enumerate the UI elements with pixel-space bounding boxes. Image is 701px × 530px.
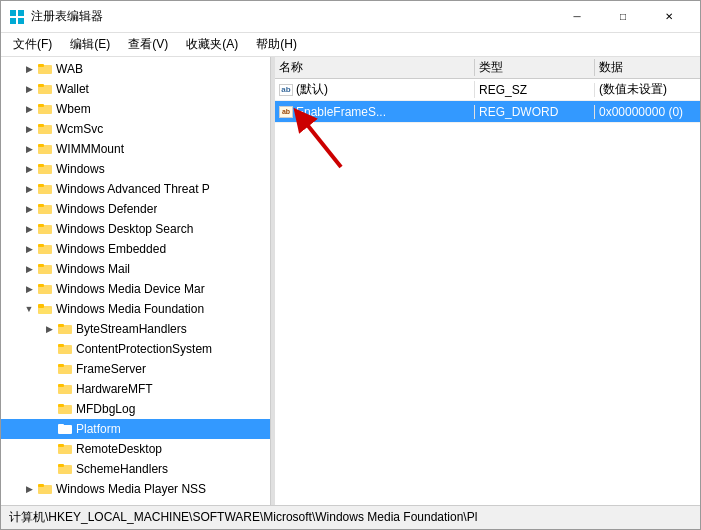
- menu-view[interactable]: 查看(V): [120, 34, 176, 55]
- folder-icon-wathreat: [37, 181, 53, 197]
- tree-label-wdefender: Windows Defender: [56, 202, 157, 216]
- col-header-name: 名称: [275, 59, 475, 76]
- tree-item-frameserver[interactable]: FrameServer: [1, 359, 270, 379]
- svg-rect-34: [58, 344, 64, 347]
- svg-rect-3: [18, 18, 24, 24]
- svg-rect-13: [38, 144, 44, 147]
- svg-rect-17: [38, 184, 44, 187]
- tree-item-wmnssplayer[interactable]: ▶ Windows Media Player NSS: [1, 479, 270, 499]
- tree-item-wmail[interactable]: ▶ Windows Mail: [1, 259, 270, 279]
- tree-item-wembedded[interactable]: ▶ Windows Embedded: [1, 239, 270, 259]
- menu-favorites[interactable]: 收藏夹(A): [178, 34, 246, 55]
- table-row[interactable]: ab (默认) REG_SZ (数值未设置): [275, 79, 700, 101]
- folder-icon-wdefender: [37, 201, 53, 217]
- close-button[interactable]: ✕: [646, 1, 692, 33]
- folder-icon-wimmount: [37, 141, 53, 157]
- expand-windows[interactable]: ▶: [21, 161, 37, 177]
- tree-label-wdesktopsearch: Windows Desktop Search: [56, 222, 193, 236]
- tree-label-wbem: Wbem: [56, 102, 91, 116]
- folder-icon-wmnssplayer: [37, 481, 53, 497]
- tree-item-windows[interactable]: ▶ Windows: [1, 159, 270, 179]
- status-text: 计算机\HKEY_LOCAL_MACHINE\SOFTWARE\Microsof…: [9, 509, 477, 526]
- expand-wbem[interactable]: ▶: [21, 101, 37, 117]
- folder-icon-wmdevicemar: [37, 281, 53, 297]
- svg-rect-27: [38, 284, 44, 287]
- menu-help[interactable]: 帮助(H): [248, 34, 305, 55]
- tree-label-wmdevicemar: Windows Media Device Mar: [56, 282, 205, 296]
- window-title: 注册表编辑器: [31, 8, 554, 25]
- tree-item-bytestreamhandlers[interactable]: ▶ ByteStreamHandlers: [1, 319, 270, 339]
- menu-file[interactable]: 文件(F): [5, 34, 60, 55]
- svg-rect-42: [58, 424, 64, 427]
- tree-label-wimmount: WIMMMount: [56, 142, 124, 156]
- expand-wmail[interactable]: ▶: [21, 261, 37, 277]
- folder-icon-platform: [57, 421, 73, 437]
- window-controls: ─ □ ✕: [554, 1, 692, 33]
- svg-rect-23: [38, 244, 44, 247]
- svg-rect-9: [38, 104, 44, 107]
- main-content: ▶ WAB ▶ Wallet ▶ Wbem: [1, 57, 700, 505]
- row-type-enableframes: REG_DWORD: [475, 105, 595, 119]
- title-bar: 注册表编辑器 ─ □ ✕: [1, 1, 700, 33]
- tree-label-platform: Platform: [76, 422, 121, 436]
- expand-wmdevicemar[interactable]: ▶: [21, 281, 37, 297]
- folder-icon-wab: [37, 61, 53, 77]
- expand-wimmount[interactable]: ▶: [21, 141, 37, 157]
- folder-icon-wbem: [37, 101, 53, 117]
- tree-item-wbem[interactable]: ▶ Wbem: [1, 99, 270, 119]
- tree-item-wab[interactable]: ▶ WAB: [1, 59, 270, 79]
- expand-wab[interactable]: ▶: [21, 61, 37, 77]
- tree-item-wdefender[interactable]: ▶ Windows Defender: [1, 199, 270, 219]
- svg-rect-36: [58, 364, 64, 367]
- menu-edit[interactable]: 编辑(E): [62, 34, 118, 55]
- tree-item-remotedesktop[interactable]: RemoteDesktop: [1, 439, 270, 459]
- folder-icon-schemehandlers: [57, 461, 73, 477]
- tree-item-schemehandlers[interactable]: SchemeHandlers: [1, 459, 270, 479]
- app-icon: [9, 9, 25, 25]
- tree-item-wathreat[interactable]: ▶ Windows Advanced Threat P: [1, 179, 270, 199]
- expand-wdesktopsearch[interactable]: ▶: [21, 221, 37, 237]
- svg-rect-1: [18, 10, 24, 16]
- folder-icon-wallet: [37, 81, 53, 97]
- svg-rect-29: [38, 304, 44, 308]
- tree-item-wcmsvc[interactable]: ▶ WcmSvc: [1, 119, 270, 139]
- tree-item-platform[interactable]: Platform: [1, 419, 270, 439]
- expand-wdefender[interactable]: ▶: [21, 201, 37, 217]
- svg-rect-5: [38, 64, 44, 67]
- expand-wallet[interactable]: ▶: [21, 81, 37, 97]
- expand-wcmsvc[interactable]: ▶: [21, 121, 37, 137]
- registry-table[interactable]: ab (默认) REG_SZ (数值未设置) ab EnableFrameS..…: [275, 79, 700, 505]
- svg-rect-40: [58, 404, 64, 407]
- expand-bytestreamhandlers[interactable]: ▶: [41, 321, 57, 337]
- svg-rect-21: [38, 224, 44, 227]
- tree-item-wimmount[interactable]: ▶ WIMMMount: [1, 139, 270, 159]
- table-row-enableframes[interactable]: ab EnableFrameS... REG_DWORD 0x00000000 …: [275, 101, 700, 123]
- tree-item-wmfoundation[interactable]: ▼ Windows Media Foundation: [1, 299, 270, 319]
- folder-icon-frameserver: [57, 361, 73, 377]
- ab-icon: ab: [279, 84, 293, 96]
- svg-rect-48: [38, 484, 44, 487]
- tree-item-contentprotection[interactable]: ContentProtectionSystem: [1, 339, 270, 359]
- svg-rect-30: [39, 308, 51, 314]
- tree-item-mfdbglog[interactable]: MFDbgLog: [1, 399, 270, 419]
- expand-wmnssplayer[interactable]: ▶: [21, 481, 37, 497]
- tree-label-wallet: Wallet: [56, 82, 89, 96]
- svg-rect-2: [10, 18, 16, 24]
- expand-wmfoundation[interactable]: ▼: [21, 301, 37, 317]
- expand-wathreat[interactable]: ▶: [21, 181, 37, 197]
- tree-item-wallet[interactable]: ▶ Wallet: [1, 79, 270, 99]
- tree-item-wmdevicemar[interactable]: ▶ Windows Media Device Mar: [1, 279, 270, 299]
- tree-label-wmnssplayer: Windows Media Player NSS: [56, 482, 206, 496]
- expand-wembedded[interactable]: ▶: [21, 241, 37, 257]
- tree-item-wdesktopsearch[interactable]: ▶ Windows Desktop Search: [1, 219, 270, 239]
- tree-item-hardwaremft[interactable]: HardwareMFT: [1, 379, 270, 399]
- minimize-button[interactable]: ─: [554, 1, 600, 33]
- tree-panel[interactable]: ▶ WAB ▶ Wallet ▶ Wbem: [1, 57, 271, 505]
- svg-rect-25: [38, 264, 44, 267]
- folder-icon-remotedesktop: [57, 441, 73, 457]
- maximize-button[interactable]: □: [600, 1, 646, 33]
- tree-label-wmail: Windows Mail: [56, 262, 130, 276]
- tree-label-wmfoundation: Windows Media Foundation: [56, 302, 204, 316]
- right-panel: 名称 类型 数据 ab (默认) REG_SZ (数值未设置): [275, 57, 700, 505]
- svg-rect-15: [38, 164, 44, 167]
